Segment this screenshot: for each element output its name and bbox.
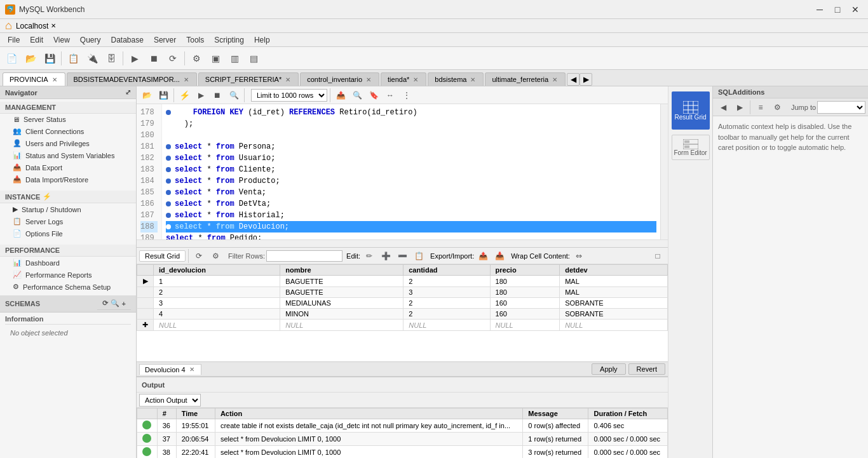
run-query-button[interactable]: ▶ — [126, 50, 144, 67]
settings-button[interactable]: ⚙ — [187, 50, 205, 67]
result-row-0[interactable]: ▶ 1 BAGUETTE 2 180 MAL — [137, 276, 668, 287]
result-grid-button[interactable]: Result Grid — [672, 91, 710, 130]
editor-scrollbar-v[interactable] — [660, 104, 668, 239]
nav-status-variables[interactable]: 📊 Status and System Variables — [0, 149, 136, 161]
nav-users-privileges[interactable]: 👤 Users and Privileges — [0, 137, 136, 149]
stop-button[interactable]: ⏹ — [145, 50, 163, 67]
localhost-tab[interactable]: Localhost — [16, 22, 48, 30]
tab-close-0[interactable]: ✕ — [51, 76, 58, 83]
form-editor-button[interactable]: Form Editor — [672, 135, 710, 160]
tab-provincia[interactable]: PROVINCIA ✕ — [3, 72, 65, 86]
tab-ultimate[interactable]: ultimate_ferreteria ✕ — [485, 72, 566, 86]
wrap-btn[interactable]: ⇔ — [571, 249, 587, 263]
export-button[interactable]: 📤 — [333, 88, 348, 102]
result-refresh-btn[interactable]: ⟳ — [191, 249, 207, 263]
nav-performance-reports[interactable]: 📈 Performance Reports — [0, 269, 136, 281]
localhost-close[interactable]: ✕ — [51, 22, 56, 29]
devolucion-tab[interactable]: Devolucion 4 ✕ — [139, 364, 201, 375]
new-file-button[interactable]: 📄 — [3, 50, 20, 67]
sql-code[interactable]: FOREIGN KEY (id_ret) REFERENCES Retiro(i… — [162, 104, 660, 239]
apply-button[interactable]: Apply — [592, 363, 626, 375]
menu-query[interactable]: Query — [75, 34, 106, 46]
menu-view[interactable]: View — [48, 34, 75, 46]
limit-dropdown[interactable]: Limit to 1000 rows — [251, 89, 327, 102]
tab-close-6[interactable]: ✕ — [551, 76, 559, 83]
result-grid-tab[interactable]: Result Grid — [139, 250, 186, 262]
result-settings-btn[interactable]: ⚙ — [208, 249, 223, 263]
result-row-3[interactable]: 4 MINON 2 160 SOBRANTE — [137, 309, 668, 320]
connect-button[interactable]: 🔌 — [83, 50, 101, 67]
tab-prev-button[interactable]: ◀ — [567, 73, 580, 86]
refresh-button[interactable]: ⟳ — [164, 50, 182, 67]
help-format-btn[interactable]: ≡ — [753, 100, 768, 114]
maximize-button[interactable]: □ — [830, 3, 845, 16]
nav-options-file[interactable]: 📄 Options File — [0, 227, 136, 239]
save-query-button[interactable]: 💾 — [156, 88, 171, 102]
bookmark-button[interactable]: 🔖 — [366, 88, 381, 102]
menu-edit[interactable]: Edit — [25, 34, 48, 46]
more-button[interactable]: ⋮ — [399, 88, 414, 102]
jump-select[interactable] — [817, 101, 865, 114]
layout-button-3[interactable]: ▤ — [245, 50, 262, 67]
devolucion-tab-close[interactable]: ✕ — [188, 366, 196, 373]
schema-button[interactable]: 🗄 — [102, 50, 120, 67]
tab-bdsistema2[interactable]: bdsistema ✕ — [428, 72, 484, 86]
open-file-button[interactable]: 📂 — [22, 50, 39, 67]
delete-row-btn[interactable]: ➖ — [395, 249, 410, 263]
nav-data-export[interactable]: 📤 Data Export — [0, 161, 136, 173]
search-button[interactable]: 🔍 — [349, 88, 365, 102]
action-output-dropdown[interactable]: Action Output — [139, 394, 201, 407]
nav-performance-schema[interactable]: ⚙ Performance Schema Setup — [0, 281, 136, 293]
import-btn[interactable]: 📥 — [492, 249, 507, 263]
nav-expand-icon[interactable]: ⤢ — [125, 88, 131, 97]
menu-tools[interactable]: Tools — [181, 34, 209, 46]
stop-exec-button[interactable]: ⏹ — [210, 88, 225, 102]
tab-close-3[interactable]: ✕ — [365, 76, 372, 83]
edit-row-btn[interactable]: ✏ — [362, 249, 377, 263]
filter-input[interactable] — [266, 250, 342, 262]
tab-close-5[interactable]: ✕ — [469, 76, 477, 83]
minimize-button[interactable]: ─ — [812, 3, 827, 16]
schemas-plus-icon[interactable]: + — [122, 300, 126, 307]
copy-row-btn[interactable]: 📋 — [411, 249, 426, 263]
result-row-1[interactable]: 2 BAGUETTE 3 180 MAL — [137, 287, 668, 298]
menu-server[interactable]: Server — [149, 34, 181, 46]
tab-control[interactable]: control_inventario ✕ — [300, 72, 379, 86]
nav-dashboard[interactable]: 📊 Dashboard — [0, 257, 136, 269]
menu-help[interactable]: Help — [249, 34, 275, 46]
nav-startup-shutdown[interactable]: ▶ Startup / Shutdown — [0, 203, 136, 215]
toggle-panel-btn[interactable]: □ — [650, 249, 665, 263]
menu-scripting[interactable]: Scripting — [209, 34, 249, 46]
tab-next-button[interactable]: ▶ — [580, 73, 592, 86]
menu-database[interactable]: Database — [106, 34, 149, 46]
tab-close-2[interactable]: ✕ — [284, 76, 292, 83]
side-down-button[interactable]: ▼ — [683, 455, 698, 458]
explain-button[interactable]: 🔍 — [226, 88, 241, 102]
revert-button[interactable]: Revert — [628, 363, 665, 375]
tab-bdsistema[interactable]: BDSISTEMADEVENTASIMPOR... ✕ — [67, 72, 197, 86]
nav-server-logs[interactable]: 📋 Server Logs — [0, 215, 136, 227]
nav-client-connections[interactable]: 👥 Client Connections — [0, 125, 136, 137]
tab-close-4[interactable]: ✕ — [412, 76, 419, 83]
close-button[interactable]: ✕ — [848, 3, 863, 16]
forward-button[interactable]: ▶ — [732, 100, 747, 114]
help-auto-btn[interactable]: ⚙ — [770, 100, 785, 114]
run-selection-button[interactable]: ▶ — [193, 88, 208, 102]
schemas-filter-icon[interactable]: 🔍 — [111, 299, 119, 307]
layout-button-2[interactable]: ▥ — [226, 50, 243, 67]
indent-button[interactable]: ↔ — [383, 88, 398, 102]
tab-tienda[interactable]: tienda* ✕ — [381, 72, 426, 86]
schemas-refresh-icon[interactable]: ⟳ — [102, 299, 108, 307]
export-btn[interactable]: 📤 — [475, 249, 491, 263]
open-folder-button[interactable]: 📂 — [139, 88, 154, 102]
tab-close-1[interactable]: ✕ — [182, 76, 190, 83]
new-query-button[interactable]: 📋 — [64, 50, 82, 67]
run-button[interactable]: ⚡ — [177, 88, 192, 102]
result-row-2[interactable]: 3 MEDIALUNAS 2 160 SOBRANTE — [137, 298, 668, 309]
add-row-btn[interactable]: ➕ — [378, 249, 393, 263]
back-button[interactable]: ◀ — [715, 100, 731, 114]
save-button[interactable]: 💾 — [41, 50, 58, 67]
tab-script[interactable]: SCRIPT_FERRETERIA* ✕ — [198, 72, 299, 86]
nav-server-status[interactable]: 🖥 Server Status — [0, 114, 136, 125]
editor-scrollbar-h[interactable] — [137, 239, 668, 247]
